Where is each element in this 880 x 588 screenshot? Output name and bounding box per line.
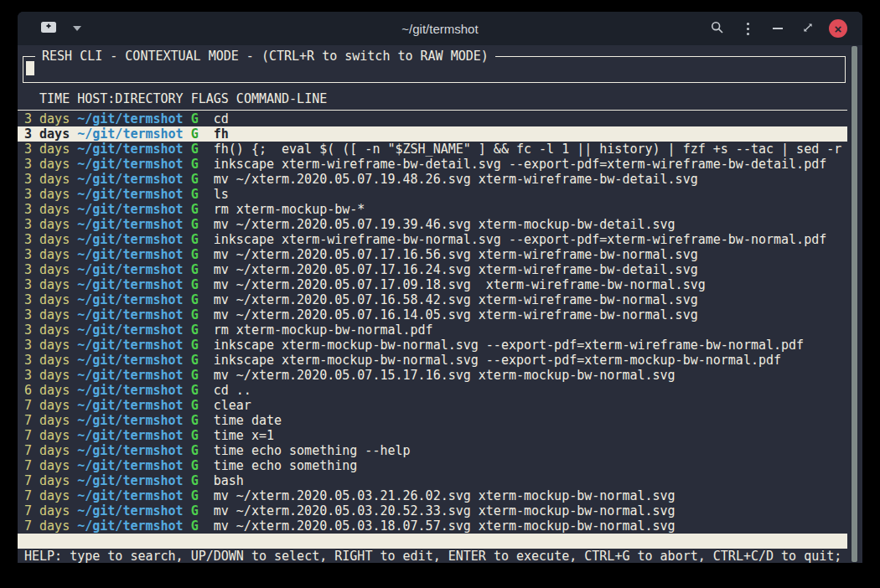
- row-flags: G: [191, 503, 214, 518]
- row-directory: ~/git/termshot: [77, 157, 190, 172]
- history-row[interactable]: 6 days~/git/termshotGcd ..: [18, 383, 847, 398]
- close-button[interactable]: ×: [826, 16, 851, 41]
- status-bar: 2020-05-08 00:34:56 tower:~/git/termshot…: [18, 534, 847, 549]
- row-flags: G: [191, 157, 214, 172]
- row-directory: ~/git/termshot: [77, 413, 190, 428]
- row-command: mv ~/xterm.2020.05.03.21.26.02.svg xterm…: [214, 488, 676, 503]
- row-time: 7 days: [24, 473, 77, 488]
- row-time: 7 days: [24, 518, 77, 534]
- row-time: 6 days: [24, 383, 77, 398]
- history-row[interactable]: 3 days~/git/termshotGmv ~/xterm.2020.05.…: [18, 368, 847, 383]
- row-directory: ~/git/termshot: [77, 473, 190, 488]
- history-row[interactable]: 3 days~/git/termshotGmv ~/xterm.2020.05.…: [18, 247, 847, 262]
- row-time: 3 days: [24, 247, 77, 262]
- row-command: clear: [214, 398, 251, 413]
- restore-icon: [803, 23, 813, 35]
- row-command: rm xterm-mockup-bw-normal.pdf: [214, 322, 433, 338]
- row-command: inkscape xterm-mockup-bw-normal.svg --ex…: [214, 338, 804, 353]
- history-row[interactable]: 7 days~/git/termshotGclear: [18, 398, 847, 413]
- row-command: time echo something --help: [214, 443, 411, 458]
- history-row[interactable]: 3 days~/git/termshotGrm xterm-mockup-bw-…: [18, 322, 847, 338]
- history-row[interactable]: 3 days~/git/termshotGmv ~/xterm.2020.05.…: [18, 292, 847, 307]
- row-command: cd: [214, 111, 229, 126]
- history-table-header: TIME HOST:DIRECTORY FLAGS COMMAND-LINE: [18, 91, 847, 111]
- row-directory: ~/git/termshot: [77, 353, 190, 368]
- row-directory: ~/git/termshot: [77, 518, 190, 534]
- row-time: 3 days: [24, 126, 77, 142]
- row-directory: ~/git/termshot: [77, 126, 190, 142]
- row-flags: G: [191, 353, 214, 368]
- row-directory: ~/git/termshot: [77, 458, 190, 473]
- minimize-button[interactable]: [765, 16, 790, 41]
- new-tab-button[interactable]: [36, 16, 61, 41]
- history-row[interactable]: 3 days~/git/termshotGmv ~/xterm.2020.05.…: [18, 307, 847, 322]
- row-directory: ~/git/termshot: [77, 202, 190, 217]
- history-row[interactable]: 3 days~/git/termshotGmv ~/xterm.2020.05.…: [18, 217, 847, 232]
- history-row[interactable]: 3 days~/git/termshotGmv ~/xterm.2020.05.…: [18, 172, 847, 187]
- row-command: inkscape xterm-wireframe-bw-detail.svg -…: [214, 157, 827, 172]
- row-command: mv ~/xterm.2020.05.07.17.09.18.svg xterm…: [214, 277, 706, 292]
- row-time: 3 days: [24, 353, 77, 368]
- row-command: mv ~/xterm.2020.05.03.18.07.57.svg xterm…: [214, 518, 676, 534]
- history-row[interactable]: 3 days~/git/termshotGinkscape xterm-wire…: [18, 157, 847, 172]
- row-flags: G: [191, 413, 214, 428]
- history-row-selected[interactable]: 3 days~/git/termshotGfh: [18, 126, 847, 142]
- history-row[interactable]: 7 days~/git/termshotGmv ~/xterm.2020.05.…: [18, 518, 847, 534]
- row-command: time x=1: [214, 428, 274, 443]
- row-command: fh: [214, 126, 229, 142]
- row-directory: ~/git/termshot: [77, 247, 190, 262]
- row-directory: ~/git/termshot: [77, 368, 190, 383]
- row-flags: G: [191, 368, 214, 383]
- text-cursor[interactable]: [26, 61, 34, 75]
- history-row[interactable]: 3 days~/git/termshotGrm xterm-mockup-bw-…: [18, 202, 847, 217]
- row-time: 7 days: [24, 398, 77, 413]
- history-row[interactable]: 7 days~/git/termshotGmv ~/xterm.2020.05.…: [18, 488, 847, 503]
- history-row[interactable]: 3 days~/git/termshotGls: [18, 187, 847, 202]
- kebab-menu-icon: [747, 23, 749, 35]
- menu-button[interactable]: [735, 16, 760, 41]
- history-row[interactable]: 7 days~/git/termshotGtime date: [18, 413, 847, 428]
- row-command: mv ~/xterm.2020.05.07.19.48.26.svg xterm…: [214, 172, 698, 187]
- history-row[interactable]: 3 days~/git/termshotGcd: [18, 111, 847, 126]
- resh-search-panel: RESH CLI - CONTEXTUAL MODE - (CTRL+R to …: [23, 56, 846, 83]
- search-icon: [711, 21, 724, 37]
- scrollbar[interactable]: [851, 45, 858, 563]
- history-row[interactable]: 3 days~/git/termshotGinkscape xterm-mock…: [18, 338, 847, 353]
- history-row[interactable]: 3 days~/git/termshotGinkscape xterm-mock…: [18, 353, 847, 368]
- row-flags: G: [191, 488, 214, 503]
- row-flags: G: [191, 518, 214, 534]
- row-command: mv ~/xterm.2020.05.07.16.58.42.svg xterm…: [214, 292, 698, 307]
- row-flags: G: [191, 126, 214, 142]
- history-row[interactable]: 7 days~/git/termshotGtime echo something…: [18, 443, 847, 458]
- row-time: 7 days: [24, 443, 77, 458]
- row-command: time echo something: [214, 458, 358, 473]
- row-directory: ~/git/termshot: [77, 307, 190, 322]
- history-row[interactable]: 3 days~/git/termshotGinkscape xterm-wire…: [18, 232, 847, 247]
- history-row[interactable]: 3 days~/git/termshotGmv ~/xterm.2020.05.…: [18, 262, 847, 277]
- row-directory: ~/git/termshot: [77, 262, 190, 277]
- scrollbar-thumb[interactable]: [852, 46, 857, 562]
- row-directory: ~/git/termshot: [77, 172, 190, 187]
- terminal-window: ~/git/termshot: [18, 12, 862, 563]
- help-line: HELP: type to search, UP/DOWN to select,…: [18, 549, 847, 563]
- row-time: 7 days: [24, 428, 77, 443]
- history-row[interactable]: 3 days~/git/termshotGfh() {; eval $( ([ …: [18, 142, 847, 157]
- restore-button[interactable]: [795, 16, 820, 41]
- tab-chooser-button[interactable]: [70, 16, 85, 41]
- history-row[interactable]: 7 days~/git/termshotGmv ~/xterm.2020.05.…: [18, 503, 847, 518]
- history-row[interactable]: 7 days~/git/termshotGtime echo something: [18, 458, 847, 473]
- row-directory: ~/git/termshot: [77, 111, 190, 126]
- row-flags: G: [191, 202, 214, 217]
- row-flags: G: [191, 172, 214, 187]
- row-flags: G: [191, 383, 214, 398]
- row-directory: ~/git/termshot: [77, 398, 190, 413]
- row-flags: G: [191, 292, 214, 307]
- search-button[interactable]: [705, 16, 730, 41]
- history-row[interactable]: 3 days~/git/termshotGmv ~/xterm.2020.05.…: [18, 277, 847, 292]
- row-time: 7 days: [24, 458, 77, 473]
- history-row[interactable]: 7 days~/git/termshotGbash: [18, 473, 847, 488]
- caret-down-icon: [73, 26, 81, 31]
- row-flags: G: [191, 111, 214, 126]
- history-row[interactable]: 7 days~/git/termshotGtime x=1: [18, 428, 847, 443]
- row-command: mv ~/xterm.2020.05.03.20.52.33.svg xterm…: [214, 503, 676, 518]
